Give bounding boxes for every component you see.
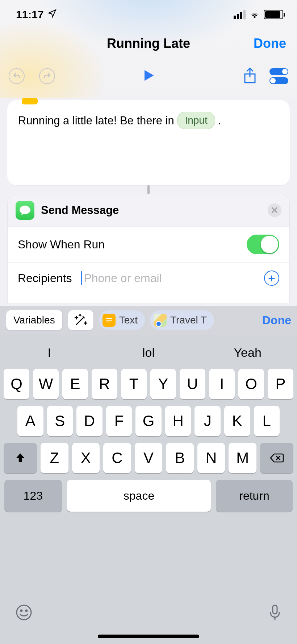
- key-a[interactable]: A: [17, 406, 43, 436]
- dictation-button[interactable]: [268, 604, 282, 623]
- key-row-3: Z X C V B N M: [0, 443, 297, 473]
- share-button[interactable]: [243, 67, 257, 86]
- key-c[interactable]: C: [103, 443, 131, 473]
- backspace-key[interactable]: [260, 443, 293, 473]
- message-label: Message: [18, 301, 65, 303]
- run-button[interactable]: [141, 67, 156, 85]
- home-indicator[interactable]: [98, 635, 199, 638]
- maps-variable-icon: [154, 314, 167, 327]
- key-h[interactable]: H: [165, 406, 191, 436]
- key-z[interactable]: Z: [41, 443, 68, 473]
- key-row-2: A S D F G H J K L: [0, 406, 297, 436]
- done-button[interactable]: Done: [254, 36, 286, 51]
- key-g[interactable]: G: [135, 406, 162, 436]
- toggle-icon: [269, 77, 288, 84]
- variable-chip-label: Travel T: [170, 314, 207, 326]
- status-bar: 11:17: [0, 0, 297, 29]
- svg-rect-3: [106, 320, 112, 321]
- undo-button[interactable]: [9, 68, 25, 84]
- shift-key[interactable]: [4, 443, 37, 473]
- variable-chip-scroll[interactable]: Text Travel T: [99, 310, 256, 330]
- key-r[interactable]: R: [92, 369, 117, 399]
- svg-point-6: [21, 610, 22, 611]
- svg-point-5: [17, 605, 31, 620]
- toggle-icon: [269, 68, 288, 75]
- svg-rect-8: [273, 605, 277, 614]
- page-title: Running Late: [107, 36, 190, 51]
- nav-bar: Running Late Done: [0, 29, 297, 58]
- accessory-done-button[interactable]: Done: [262, 314, 291, 327]
- key-p[interactable]: P: [268, 369, 293, 399]
- keyboard: I lol Yeah Q W E R T Y U I O P A S D F G…: [0, 335, 297, 644]
- numbers-key[interactable]: 123: [4, 480, 62, 512]
- wifi-icon: [249, 8, 260, 21]
- key-s[interactable]: S: [47, 406, 73, 436]
- key-f[interactable]: F: [106, 406, 132, 436]
- key-row-4: 123 space return: [0, 480, 297, 512]
- key-d[interactable]: D: [76, 406, 103, 436]
- key-row-1: Q W E R T Y U I O P: [0, 369, 297, 399]
- workflow-canvas[interactable]: Running a little late! Be there in Input…: [0, 94, 297, 303]
- key-x[interactable]: X: [72, 443, 100, 473]
- text-action-card[interactable]: Running a little late! Be there in Input…: [7, 100, 290, 185]
- text-action-body-suffix: .: [218, 114, 221, 127]
- key-n[interactable]: N: [197, 443, 225, 473]
- key-b[interactable]: B: [166, 443, 194, 473]
- emoji-button[interactable]: [15, 604, 33, 623]
- show-when-run-toggle[interactable]: [247, 235, 279, 254]
- text-action-body-prefix: Running a little late! Be there in: [18, 114, 177, 127]
- status-time: 11:17: [16, 8, 44, 21]
- key-t[interactable]: T: [121, 369, 147, 399]
- key-w[interactable]: W: [33, 369, 59, 399]
- svg-point-0: [254, 16, 255, 18]
- suggestion[interactable]: I: [0, 346, 99, 360]
- recipients-label: Recipients: [18, 272, 72, 285]
- send-message-title: Send Message: [41, 204, 119, 217]
- messages-icon: [16, 201, 34, 220]
- key-y[interactable]: Y: [150, 369, 176, 399]
- message-row[interactable]: Message: [8, 294, 289, 303]
- magic-variable-token[interactable]: Input: [177, 112, 215, 129]
- key-k[interactable]: K: [224, 406, 250, 436]
- suggestion[interactable]: lol: [99, 346, 198, 360]
- key-u[interactable]: U: [180, 369, 205, 399]
- variable-chip-text[interactable]: Text: [99, 310, 145, 330]
- suggestion[interactable]: Yeah: [198, 346, 297, 360]
- show-when-run-row: Show When Run: [8, 226, 289, 262]
- key-i[interactable]: I: [209, 369, 235, 399]
- svg-rect-2: [106, 318, 112, 319]
- show-when-run-label: Show When Run: [18, 238, 105, 251]
- text-variable-icon: [103, 314, 116, 327]
- variables-button[interactable]: Variables: [6, 310, 63, 331]
- svg-point-7: [26, 610, 27, 611]
- variable-chip-label: Text: [119, 314, 138, 326]
- variable-chip-travel[interactable]: Travel T: [150, 310, 214, 330]
- key-e[interactable]: E: [62, 369, 88, 399]
- suggestion-row: I lol Yeah: [0, 336, 297, 369]
- cell-signal-icon: [234, 10, 246, 19]
- keyboard-accessory-bar: Variables Text Travel T Done: [0, 306, 297, 335]
- svg-rect-4: [106, 322, 110, 322]
- send-message-card: Send Message ✕ Show When Run Recipients …: [7, 194, 290, 303]
- remove-action-button[interactable]: ✕: [268, 203, 281, 217]
- location-arrow-icon: [47, 8, 57, 21]
- key-j[interactable]: J: [194, 406, 221, 436]
- space-key[interactable]: space: [67, 480, 211, 512]
- key-q[interactable]: Q: [4, 369, 29, 399]
- return-key[interactable]: return: [216, 480, 293, 512]
- key-m[interactable]: M: [229, 443, 256, 473]
- send-message-header[interactable]: Send Message ✕: [8, 194, 289, 226]
- magic-variable-button[interactable]: [68, 310, 94, 331]
- key-l[interactable]: L: [254, 406, 280, 436]
- key-v[interactable]: V: [135, 443, 163, 473]
- key-o[interactable]: O: [238, 369, 264, 399]
- recipients-input[interactable]: Phone or email: [81, 271, 260, 285]
- notes-icon: [22, 98, 38, 104]
- keyboard-footer: [0, 590, 297, 644]
- battery-icon: [264, 10, 283, 19]
- settings-button[interactable]: [269, 68, 288, 84]
- redo-button[interactable]: [39, 68, 55, 84]
- editor-toolbar: [0, 58, 297, 94]
- add-recipient-button[interactable]: +: [264, 271, 279, 286]
- action-connector: [147, 185, 150, 194]
